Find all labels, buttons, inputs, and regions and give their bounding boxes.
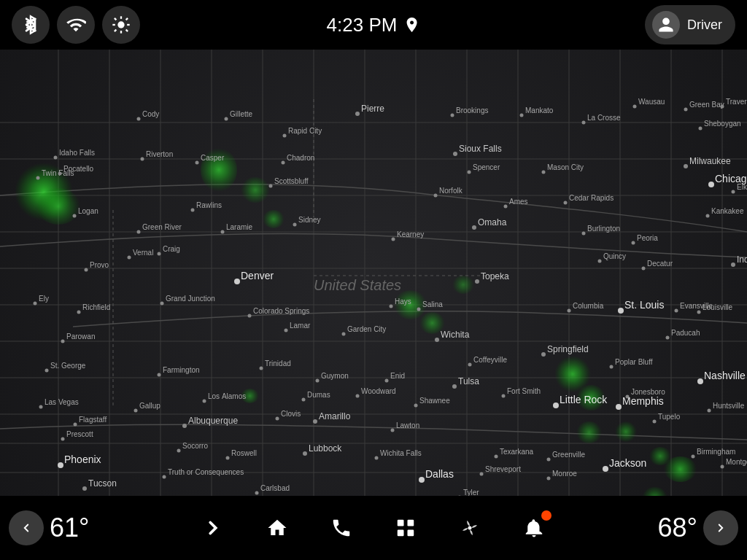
home-icon — [266, 517, 288, 539]
bottom-bar: 61° — [0, 496, 747, 560]
location-icon — [403, 16, 420, 34]
forward-icon — [202, 517, 224, 539]
svg-line-9 — [115, 30, 116, 31]
grid-icon — [395, 517, 417, 539]
left-arrow-icon — [20, 521, 33, 534]
bottom-center-icons — [193, 508, 554, 548]
map-canvas[interactable] — [0, 50, 747, 496]
svg-line-6 — [115, 18, 116, 20]
status-right: Driver — [645, 5, 735, 44]
person-icon — [657, 16, 675, 34]
svg-rect-11 — [408, 520, 414, 526]
svg-rect-10 — [398, 520, 404, 526]
home-button[interactable] — [257, 508, 298, 548]
wifi-button[interactable] — [57, 6, 95, 44]
navigate-forward-button[interactable] — [193, 508, 233, 548]
phone-icon — [330, 517, 352, 539]
temp-right: 68° — [658, 513, 697, 543]
driver-label: Driver — [687, 18, 722, 33]
svg-point-1 — [117, 21, 124, 28]
brightness-button[interactable] — [102, 6, 140, 44]
map-area[interactable] — [0, 50, 747, 496]
left-arrow-button[interactable] — [9, 510, 44, 545]
svg-line-8 — [126, 18, 128, 20]
right-arrow-button[interactable] — [703, 510, 738, 545]
right-arrow-icon — [714, 521, 727, 534]
fan-button[interactable] — [449, 508, 490, 548]
clock-display: 4:23 PM — [327, 14, 398, 36]
notification-badge — [541, 510, 551, 521]
bell-icon — [523, 517, 545, 539]
notification-button[interactable] — [514, 508, 554, 548]
bottom-right: 68° — [658, 510, 738, 545]
bluetooth-button[interactable] — [12, 6, 50, 44]
svg-point-14 — [468, 526, 472, 530]
bluetooth-icon — [20, 15, 41, 35]
svg-rect-13 — [408, 530, 414, 537]
status-icons-left — [12, 6, 140, 44]
status-center: 4:23 PM — [327, 14, 421, 36]
avatar — [652, 11, 680, 39]
status-bar: 4:23 PM Driver — [0, 0, 747, 50]
fan-icon — [459, 517, 481, 539]
svg-rect-12 — [398, 530, 404, 537]
temp-left: 61° — [50, 513, 89, 543]
bottom-left: 61° — [9, 510, 89, 545]
phone-button[interactable] — [321, 508, 362, 548]
grid-button[interactable] — [385, 508, 426, 548]
brightness-icon — [111, 15, 131, 35]
wifi-icon — [66, 15, 86, 35]
driver-button[interactable]: Driver — [645, 5, 735, 44]
svg-line-7 — [126, 30, 128, 31]
